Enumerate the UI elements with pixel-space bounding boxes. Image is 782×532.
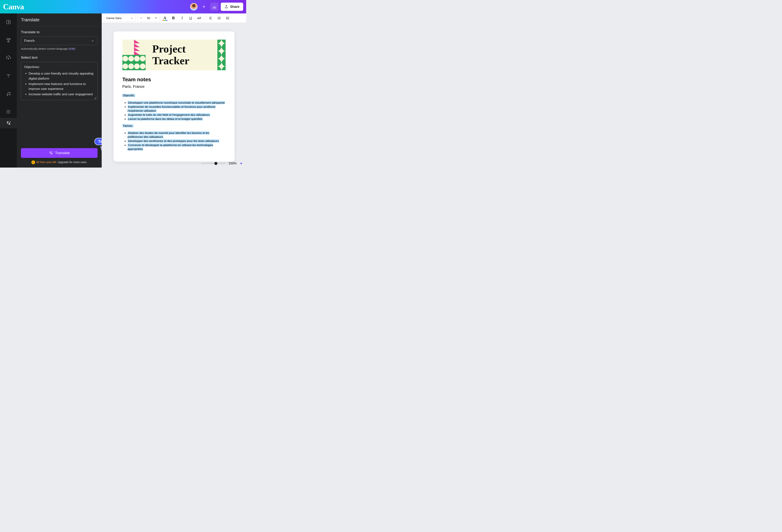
svg-point-16 [9,94,10,95]
banner-pattern-right-icon [217,40,225,70]
share-button[interactable]: Share [221,3,243,11]
bold-button[interactable]: B [170,15,177,22]
panel-title: Translate [17,13,102,26]
select-text-label: Select text [21,55,98,60]
detect-language-line: Automatically detect current language (E… [21,47,98,50]
svg-point-23 [7,113,7,113]
tasks-title: Tâches: [122,124,134,127]
text-case-button[interactable]: aA [196,15,203,22]
font-size-decrease[interactable]: − [138,15,144,22]
font-family-select[interactable]: Canva Sans [104,14,136,22]
apps-icon[interactable] [4,108,12,116]
crown-icon: ♛ [31,160,35,164]
list-item: Développer des wireframes et des prototy… [128,139,225,143]
zoom-slider[interactable] [201,163,225,164]
source-list: Develop a user-friendly and visually app… [24,71,95,97]
source-heading: Objectives: [24,65,95,70]
zoom-value[interactable]: 100% [228,161,237,165]
align-button[interactable] [207,15,214,22]
audio-icon[interactable] [4,90,12,98]
avatar[interactable] [190,3,198,10]
underline-button[interactable]: U [187,15,194,22]
translate-to-label: Translate to [21,30,98,34]
list-item: Concevoir et développer la plateforme en… [128,143,225,151]
font-size-value[interactable]: 50 [144,16,153,20]
svg-point-15 [7,94,8,96]
banner-pattern-left-icon [122,40,146,70]
list-item: Implémenter de nouvelles fonctionnalités… [128,105,225,113]
magic-sparkle-icon[interactable]: ✦ [240,161,243,166]
upgrade-link[interactable]: Upgrade for more uses [57,160,86,164]
svg-point-51 [122,64,128,69]
translate-icon [49,151,53,155]
list-item: Développer une plateforme numérique conv… [128,101,225,105]
zoom-bar: 100% ✦ [201,161,243,166]
font-size-group: − 50 + [138,14,159,22]
svg-point-50 [140,56,145,62]
list-item: Implement new features and functions to … [29,82,95,92]
side-rail [0,13,17,167]
templates-icon[interactable] [4,18,12,26]
chevron-down-icon [91,39,95,43]
header-actions: Share [190,3,243,11]
location-text: Paris, France [122,84,225,89]
resize-handle-icon[interactable] [94,97,96,99]
banner-title: Project Tracker [152,43,189,67]
detect-edit-link[interactable]: (Edit) [69,47,75,50]
svg-point-29 [218,17,218,17]
svg-point-18 [8,110,9,111]
italic-button[interactable]: I [179,15,185,22]
analytics-button[interactable] [210,3,218,11]
share-label: Share [230,5,240,9]
font-family-value: Canva Sans [106,16,122,20]
svg-point-47 [122,56,128,62]
list-item: Develop a user-friendly and visually app… [29,71,95,81]
detect-language-text: Automatically detect current language [21,47,69,50]
canva-logo[interactable]: Canva [3,2,24,11]
uploads-icon[interactable] [4,54,12,62]
svg-point-31 [218,19,218,19]
svg-point-48 [128,56,134,62]
translate-panel: Translate Translate to French Automatica… [17,13,102,167]
invite-plus-button[interactable] [200,3,208,11]
language-selected-value: French [24,39,35,43]
upgrade-suffix: . [86,160,87,164]
text-color-button[interactable]: A [162,15,168,22]
svg-point-52 [128,64,134,69]
list-button[interactable] [216,15,223,22]
list-item: Augmenter le trafic du site Web et l'eng… [128,113,225,117]
svg-point-9 [6,38,8,40]
text-toolbar: Canva Sans − 50 + A B I U aA [102,13,246,23]
usage-line: ♛50 free uses left. Upgrade for more use… [21,160,98,164]
zoom-thumb[interactable] [214,162,217,165]
chevron-down-icon [131,17,133,20]
svg-point-54 [140,64,145,69]
elements-icon[interactable] [4,36,12,44]
translate-button[interactable]: Translate [21,148,98,158]
svg-rect-10 [9,38,10,40]
svg-point-49 [134,56,140,62]
source-text-box[interactable]: Objectives: Develop a user-friendly and … [21,62,98,100]
svg-point-25 [9,113,10,113]
svg-point-19 [9,110,10,111]
svg-point-20 [7,111,7,112]
app-header: Canva Share [0,0,246,13]
svg-point-30 [218,18,218,18]
objectives-title: Objectifs: [122,94,135,97]
font-size-increase[interactable]: + [153,15,159,22]
team-notes-heading: Team notes [122,77,225,83]
translate-button-label: Translate [55,151,70,155]
document-page[interactable]: Project Tracker Team note [113,31,235,161]
text-icon[interactable] [4,72,12,80]
banner: Project Tracker [122,40,225,70]
svg-point-21 [8,111,9,112]
svg-point-17 [7,110,7,111]
svg-point-22 [9,111,10,112]
list-item: Lancer la plateforme dans les délais et … [128,117,225,121]
translate-app-icon[interactable] [0,118,17,128]
translated-content[interactable]: Objectifs: Développer une plateforme num… [122,93,225,151]
uses-remaining: 50 free uses left. [36,160,57,164]
spacing-button[interactable] [224,15,231,22]
list-item: Réaliser des études de marché pour ident… [128,131,225,139]
language-select[interactable]: French [21,36,98,45]
